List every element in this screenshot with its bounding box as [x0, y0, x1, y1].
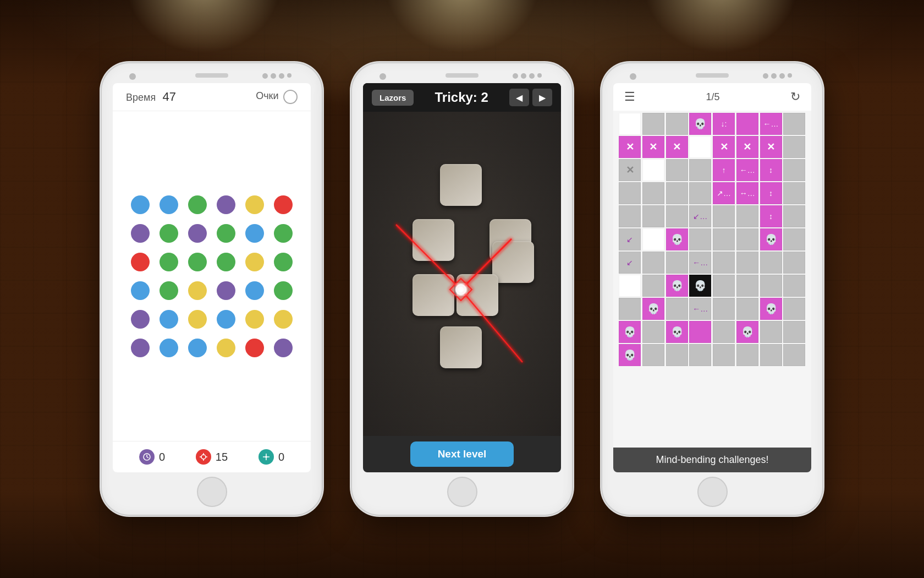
dot-r1c4[interactable] [217, 195, 235, 214]
phone-dot-2 [271, 73, 276, 79]
lazors-tile-vbot[interactable] [440, 326, 482, 368]
skull-r10c3: 💀 [671, 326, 683, 338]
x-r2c5: ✕ [720, 141, 728, 153]
dot-r6c5[interactable] [245, 339, 264, 357]
pcell-r2c4[interactable] [689, 136, 711, 158]
lazors-tile-right[interactable] [492, 241, 534, 283]
pcell-r2c5[interactable]: ✕ [713, 136, 735, 158]
pcell-r1c5[interactable]: ↓: [713, 113, 735, 135]
pcell-r5c7[interactable]: ↕ [760, 205, 782, 227]
dot-r3c1[interactable] [131, 253, 150, 271]
pcell-r11c1[interactable]: 💀 [619, 344, 641, 366]
pcell-r2c6[interactable]: ✕ [736, 136, 758, 158]
pcell-r6c2[interactable] [642, 228, 664, 250]
pcell-r3c5[interactable]: ↑ [713, 159, 735, 181]
dot-r5c1[interactable] [131, 310, 150, 329]
pcell-r4c6[interactable]: ↔… [736, 182, 758, 204]
pcell-r1c7[interactable]: ←… [760, 113, 782, 135]
dot-r2c6[interactable] [274, 224, 293, 243]
dot-r5c5[interactable] [245, 310, 264, 329]
pcell-r3c6[interactable]: ←… [736, 159, 758, 181]
dot-r1c1[interactable] [131, 195, 150, 214]
dot-r5c2[interactable] [160, 310, 178, 329]
dot-r4c1[interactable] [131, 281, 150, 300]
arrow-r5c7: ↕ [769, 212, 773, 221]
pcell-r9c2[interactable]: 💀 [642, 298, 664, 320]
dot-r5c3[interactable] [188, 310, 207, 329]
dot-r2c3[interactable] [188, 224, 207, 243]
dot-r3c4[interactable] [217, 253, 235, 271]
dot-r5c4[interactable] [217, 310, 235, 329]
pcell-r1c1[interactable] [619, 113, 641, 135]
dot-r3c3[interactable] [188, 253, 207, 271]
pcell-r4c7[interactable]: ↕ [760, 182, 782, 204]
dot-r1c2[interactable] [160, 195, 178, 214]
pcell-r2c3[interactable]: ✕ [666, 136, 688, 158]
dot-r2c2[interactable] [160, 224, 178, 243]
next-level-button[interactable]: Next level [410, 441, 514, 467]
pcell-r10c1[interactable]: 💀 [619, 321, 641, 343]
dot-r6c1[interactable] [131, 339, 150, 357]
skull-r1c4: 💀 [694, 118, 706, 130]
pcell-r8c1[interactable] [619, 275, 641, 297]
pcell-r10c6[interactable]: 💀 [736, 321, 758, 343]
pcell-r6c3[interactable]: 💀 [666, 228, 688, 250]
dot-r5c6[interactable] [274, 310, 293, 329]
lazors-next-nav-button[interactable]: ▶ [532, 89, 552, 106]
dot-r2c5[interactable] [245, 224, 264, 243]
pcell-r3c2[interactable] [642, 159, 664, 181]
pcell-r9c7[interactable]: 💀 [760, 298, 782, 320]
lazors-tile-bot1[interactable] [413, 274, 454, 316]
pcell-r8c8 [783, 275, 805, 297]
phone-2-home-button[interactable] [447, 477, 477, 507]
pcell-r2c1[interactable]: ✕ [619, 136, 641, 158]
lazors-grid [363, 112, 561, 436]
score-circle [283, 90, 298, 104]
pcell-r3c7[interactable]: ↕ [760, 159, 782, 181]
pcell-r2c2[interactable]: ✕ [642, 136, 664, 158]
lazors-tile-top[interactable] [440, 164, 482, 206]
pcell-r1c4[interactable]: 💀 [689, 113, 711, 135]
svg-point-3 [201, 455, 206, 459]
arrow-r3c6: ←… [740, 166, 755, 175]
lazors-prev-button[interactable]: ◀ [509, 89, 529, 106]
pcell-r1c6[interactable] [736, 113, 758, 135]
pcell-r3c4 [689, 159, 711, 181]
phone-1-home-button[interactable] [197, 477, 227, 507]
dot-r6c4[interactable] [217, 339, 235, 357]
dot-r4c2[interactable] [160, 281, 178, 300]
dot-r2c4[interactable] [217, 224, 235, 243]
dot-r6c6[interactable] [274, 339, 293, 357]
dot-r1c6[interactable] [274, 195, 293, 214]
pcell-r8c4[interactable]: 💀 [689, 275, 711, 297]
x-r2c1: ✕ [626, 141, 634, 153]
dot-r4c6[interactable] [274, 281, 293, 300]
dot-r4c4[interactable] [217, 281, 235, 300]
dot-r6c2[interactable] [160, 339, 178, 357]
pcell-r6c7[interactable]: 💀 [760, 228, 782, 250]
pcell-r10c3[interactable]: 💀 [666, 321, 688, 343]
pcell-r2c7[interactable]: ✕ [760, 136, 782, 158]
dot-r2c1[interactable] [131, 224, 150, 243]
time-label: Время [126, 92, 156, 103]
phone-3-home-button[interactable] [697, 477, 728, 507]
pcell-r8c3[interactable]: 💀 [666, 275, 688, 297]
puzzle-menu-icon[interactable]: ☰ [624, 90, 635, 104]
dot-r4c3[interactable] [188, 281, 207, 300]
dot-r4c5[interactable] [245, 281, 264, 300]
dot-r1c3[interactable] [188, 195, 207, 214]
dot-r3c5[interactable] [245, 253, 264, 271]
pcell-r5c2 [642, 205, 664, 227]
dot-r6c3[interactable] [188, 339, 207, 357]
puzzle-rotate-icon[interactable]: ↻ [790, 90, 800, 104]
dot-r1c5[interactable] [245, 195, 264, 214]
lazors-tile-bot2[interactable] [457, 274, 498, 316]
pcell-r10c4[interactable] [689, 321, 711, 343]
lazors-back-button[interactable]: Lazors [372, 90, 414, 106]
pcell-r4c5[interactable]: ↗… [713, 182, 735, 204]
dot-r3c6[interactable] [274, 253, 293, 271]
pcell-r11c5 [713, 344, 735, 366]
dot-r3c2[interactable] [160, 253, 178, 271]
lazors-tile-mid1[interactable] [413, 219, 454, 261]
dots-grid-inner [131, 195, 293, 357]
